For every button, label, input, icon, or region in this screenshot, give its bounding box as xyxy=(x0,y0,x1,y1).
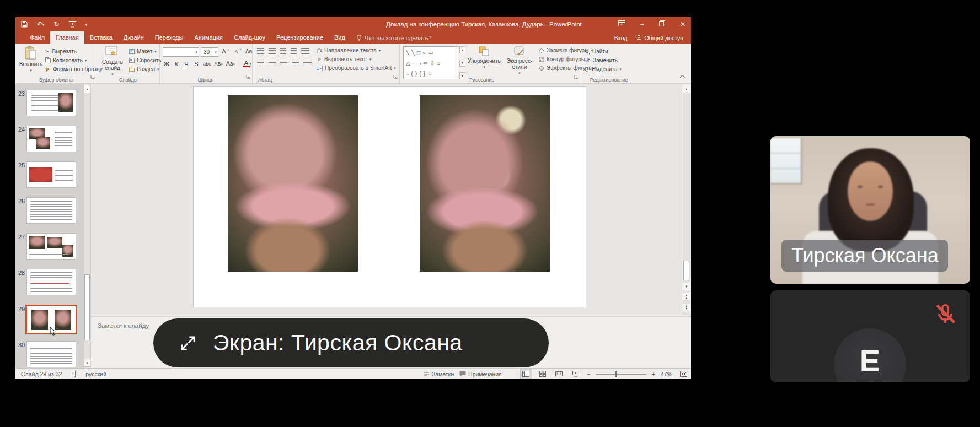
zoom-level[interactable]: 47% xyxy=(661,371,672,377)
slide-edit-area[interactable] xyxy=(91,84,682,314)
screen-share-banner[interactable]: Экран: Тирская Оксана xyxy=(153,318,549,367)
minimize-button[interactable]: – xyxy=(640,20,644,28)
sign-in-link[interactable]: Вход xyxy=(614,35,628,41)
fit-to-window-button[interactable] xyxy=(678,369,689,379)
slide-photo-oral-left[interactable] xyxy=(228,95,358,272)
section-button[interactable]: Раздел▾ xyxy=(129,66,159,72)
start-slideshow-button[interactable] xyxy=(69,21,76,28)
slide-photo-oral-right[interactable] xyxy=(420,95,550,272)
tab-review[interactable]: Рецензирование xyxy=(271,31,329,44)
text-direction-button[interactable]: Направление текста▾ xyxy=(317,47,381,53)
tab-animations[interactable]: Анимация xyxy=(189,31,228,44)
previous-slide-button[interactable]: ▲▲ xyxy=(683,293,690,300)
language-indicator[interactable]: русский xyxy=(85,371,106,377)
participant-video-tile[interactable]: Тирская Оксана xyxy=(770,136,970,284)
collapse-ribbon-button[interactable] xyxy=(679,71,686,80)
slide-thumbnail-27[interactable] xyxy=(26,233,76,260)
numbering-icon[interactable] xyxy=(269,48,276,55)
slide-thumbnail-25[interactable] xyxy=(26,161,76,188)
character-spacing-button[interactable]: АВ▾ xyxy=(215,61,223,67)
slide-thumbnail-24[interactable] xyxy=(26,126,76,152)
normal-view-button[interactable] xyxy=(521,369,532,379)
spellcheck-icon[interactable] xyxy=(71,371,77,377)
replace-button[interactable]: abЗаменить xyxy=(585,57,618,63)
tab-transitions[interactable]: Переходы xyxy=(149,31,189,44)
reset-button[interactable]: Сбросить xyxy=(129,57,161,63)
decrease-indent-icon[interactable] xyxy=(280,48,286,55)
change-case-button[interactable]: Аа▾ xyxy=(226,61,235,67)
customize-qat-button[interactable]: ▾ xyxy=(85,23,88,26)
tab-home[interactable]: Главная xyxy=(50,31,84,44)
shapes-scroll-down[interactable]: ▼ xyxy=(459,60,465,67)
scroll-down-button[interactable]: ▼ xyxy=(683,283,690,290)
ribbon-display-options-icon[interactable] xyxy=(618,20,625,28)
justify-icon[interactable] xyxy=(292,61,299,67)
italic-button[interactable]: К xyxy=(173,61,180,67)
participant-audio-tile[interactable]: E xyxy=(770,290,970,382)
slide-thumbnail-26[interactable] xyxy=(26,197,76,224)
clear-formatting-button[interactable]: Ав xyxy=(245,48,252,55)
comments-toggle[interactable]: Примечания xyxy=(459,371,502,377)
slide-thumbnail-28[interactable] xyxy=(26,269,76,295)
increase-indent-icon[interactable] xyxy=(291,48,297,55)
drawing-dialog-launcher[interactable] xyxy=(574,72,578,82)
close-button[interactable]: ✕ xyxy=(680,20,686,28)
slideshow-view-button[interactable] xyxy=(570,369,581,379)
tab-insert[interactable]: Вставка xyxy=(84,31,118,44)
thumbnail-scrollbar[interactable]: ▲ ▼ xyxy=(84,84,90,368)
font-color-button[interactable]: А▾ xyxy=(243,60,252,67)
next-slide-button[interactable]: ▼▼ xyxy=(683,304,690,311)
copy-button[interactable]: Копировать▾ xyxy=(45,57,87,63)
text-shadow-button[interactable]: abc xyxy=(203,61,211,67)
zoom-out-button[interactable]: − xyxy=(587,371,590,377)
tab-design[interactable]: Дизайн xyxy=(118,31,149,44)
cut-button[interactable]: ✂Вырезать xyxy=(45,48,77,55)
align-text-button[interactable]: Выровнять текст▾ xyxy=(317,56,371,62)
zoom-in-button[interactable]: + xyxy=(652,371,655,377)
redo-button[interactable]: ↻ xyxy=(54,21,60,28)
grow-font-button[interactable]: А˄ xyxy=(221,48,229,55)
tab-slideshow[interactable]: Слайд-шоу xyxy=(228,31,271,44)
tab-file[interactable]: Файл xyxy=(24,31,50,44)
thumb-scroll-thumb[interactable] xyxy=(84,274,90,340)
arrange-button[interactable]: Упорядочить ▾ xyxy=(467,46,501,69)
bullets-icon[interactable] xyxy=(257,48,264,55)
line-spacing-icon[interactable] xyxy=(301,48,309,55)
new-slide-button[interactable]: Создать слайд ▾ xyxy=(99,46,126,76)
font-dialog-launcher[interactable] xyxy=(246,72,250,82)
restore-button[interactable] xyxy=(659,20,665,28)
font-size-combobox[interactable]: 30▾ xyxy=(201,47,218,57)
bold-button[interactable]: Ж xyxy=(163,61,170,67)
columns-icon[interactable] xyxy=(303,61,312,67)
layout-button[interactable]: Макет▾ xyxy=(129,48,157,55)
tell-me-box[interactable]: Что вы хотите сделать? xyxy=(351,31,437,44)
align-center-icon[interactable] xyxy=(269,61,276,67)
convert-smartart-button[interactable]: Преобразовать в SmartArt▾ xyxy=(317,65,396,71)
paragraph-dialog-launcher[interactable] xyxy=(393,72,398,82)
shapes-gallery[interactable]: ╲╲□○▭ △⌐¬⇨⇩⌂ ≈(){}☆ xyxy=(403,46,458,79)
thumb-scroll-up-button[interactable]: ▲ xyxy=(84,85,90,93)
paste-button[interactable]: Вставить ▾ xyxy=(19,46,43,72)
align-right-icon[interactable] xyxy=(280,61,287,67)
slide-thumbnail-23[interactable] xyxy=(26,90,76,116)
font-name-combobox[interactable]: ▾ xyxy=(163,47,199,57)
save-icon[interactable] xyxy=(21,21,28,28)
strikethrough-button[interactable]: S xyxy=(193,61,200,67)
underline-button[interactable]: Ч xyxy=(183,61,190,67)
current-slide-canvas[interactable] xyxy=(194,87,586,307)
reading-view-button[interactable] xyxy=(554,369,565,379)
zoom-slider[interactable] xyxy=(596,371,646,377)
shapes-scroll-up[interactable]: ▲ xyxy=(459,46,465,53)
tab-view[interactable]: Вид xyxy=(329,31,351,44)
slide-scrollbar[interactable]: ▲ ▼ ▲▲ ▼▼ xyxy=(683,85,690,315)
scroll-up-button[interactable]: ▲ xyxy=(683,85,690,93)
undo-button[interactable]: ↶▾ xyxy=(37,21,45,28)
zoom-slider-thumb[interactable] xyxy=(615,371,617,377)
scroll-thumb[interactable] xyxy=(683,261,689,280)
clipboard-dialog-launcher[interactable] xyxy=(90,72,95,82)
select-button[interactable]: Выделить▾ xyxy=(585,66,622,72)
thumb-scroll-down-button[interactable]: ▼ xyxy=(84,359,90,367)
expand-icon[interactable] xyxy=(178,333,199,354)
shrink-font-button[interactable]: А˅ xyxy=(233,48,242,54)
slide-thumbnail-30[interactable] xyxy=(26,341,76,367)
